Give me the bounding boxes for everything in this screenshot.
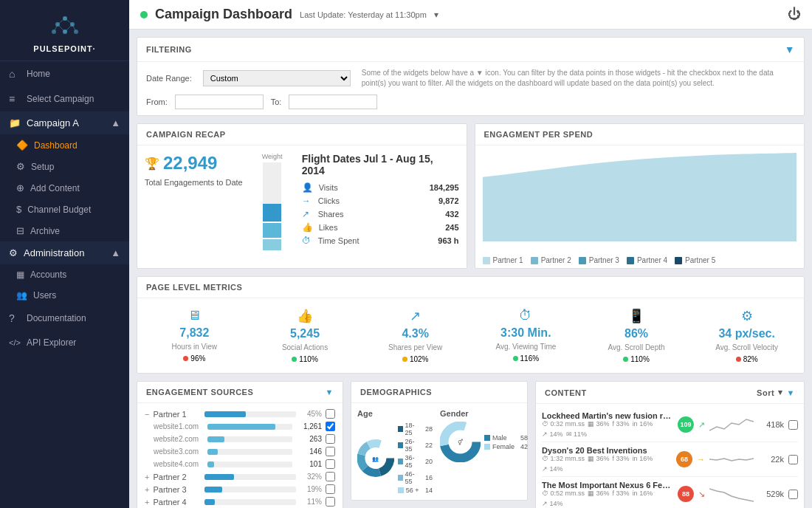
legend-dot-p1 xyxy=(483,257,490,264)
content-title-text-2[interactable]: The Most Important Nexus 6 Feature Is Th… xyxy=(542,481,673,490)
accounts-icon: ▦ xyxy=(16,270,24,280)
home-icon: ⌂ xyxy=(9,68,21,80)
partner3-checkbox[interactable] xyxy=(326,484,335,494)
filter-date-row: From: To: xyxy=(137,95,804,115)
content-meta-2: ⏱ 0:52 mm.ss ▦ 36% f 33% in 16% ↗ 14% xyxy=(542,490,673,507)
scroll-depth-value: 86% xyxy=(625,327,648,340)
shares-per-view-value: 4.3% xyxy=(402,327,428,340)
content-meta-0: ⏱ 0:32 mm.ss ▦ 36% f 33% in 16% ↗ 14% ✉ … xyxy=(542,420,673,438)
social-label: Social Actions xyxy=(282,343,328,352)
item0-checkbox[interactable] xyxy=(788,420,798,430)
clicks-icon: → xyxy=(302,196,312,206)
power-button[interactable]: ⏻ xyxy=(788,7,801,22)
age-36-45: 36-4520 xyxy=(398,454,433,469)
sidebar-item-select-campaign[interactable]: ≡ Select Campaign xyxy=(0,86,129,111)
legend-dot-p4 xyxy=(627,257,634,264)
item1-checkbox[interactable] xyxy=(788,455,798,464)
sidebar-item-documentation[interactable]: ? Documentation xyxy=(0,306,129,331)
website4-checkbox[interactable] xyxy=(326,459,335,469)
campaign-recap-panel: CAMPAIGN RECAP 🏆 22,949 Total Engagement… xyxy=(137,123,467,269)
website4-bar xyxy=(207,461,214,467)
filtering-header: FILTERING ▼ xyxy=(137,38,804,62)
demographics-header: DEMOGRAPHICS xyxy=(351,382,527,403)
female-color xyxy=(484,444,490,450)
gender-male: Male58 xyxy=(484,434,528,442)
content-panel: CONTENT Sort ▾ ▼ Lockheed Martin's new f… xyxy=(535,381,805,508)
legend-dot-p3 xyxy=(579,257,586,264)
sidebar-item-channel-budget[interactable]: $ Channel Budget xyxy=(0,199,129,220)
demo-age-donut-container: 👥 18-2528 26-3522 xyxy=(357,422,433,494)
admin-section-header[interactable]: ⚙ Administration ▲ xyxy=(0,241,129,264)
demographics-panel: DEMOGRAPHICS Age xyxy=(351,381,528,501)
partner2-checkbox[interactable] xyxy=(326,472,335,481)
partner3-expand[interactable]: + xyxy=(145,485,149,494)
sidebar: PULSEPOINT· ⌂ Home ≡ Select Campaign 📁 C… xyxy=(0,0,129,508)
hours-label: Hours in View xyxy=(172,343,218,351)
partner2-bar-bg xyxy=(204,474,296,480)
partner2-expand[interactable]: + xyxy=(145,473,149,481)
hours-icon: 🖥 xyxy=(187,308,201,323)
users-icon: 👥 xyxy=(16,290,27,301)
content-filter-icon[interactable]: ▼ xyxy=(787,388,795,397)
sidebar-item-add-content[interactable]: ⊕ Add Content xyxy=(0,177,129,199)
sidebar-item-users[interactable]: 👥 Users xyxy=(0,285,129,306)
age-36-45-color xyxy=(398,459,403,464)
partner1-expand[interactable]: − xyxy=(145,410,149,419)
score-badge-2: 88 xyxy=(678,486,694,502)
content-item-1: Dyson's 20 Best Inventions ⏱ 1:32 mm.ss … xyxy=(542,442,798,477)
main-content: Campaign Dashboard Last Update: Yesterda… xyxy=(129,0,812,508)
website2-checkbox[interactable] xyxy=(326,434,335,444)
male-color xyxy=(484,435,490,441)
filter-icon[interactable]: ▼ xyxy=(785,44,795,55)
content-sort-filter: Sort ▾ ▼ xyxy=(757,388,795,397)
dashboard-icon: 🔶 xyxy=(16,140,28,151)
partner1-checkbox[interactable] xyxy=(326,409,335,419)
website3-checkbox[interactable] xyxy=(326,447,335,456)
sidebar-item-add-content-label: Add Content xyxy=(30,183,80,193)
campaign-section-header[interactable]: 📁 Campaign A ▲ xyxy=(0,111,129,134)
filter-row: Date Range: Custom Last 7 Days Last 30 D… xyxy=(137,62,804,95)
partner4-expand[interactable]: + xyxy=(145,498,149,507)
shares-icon: ↗ xyxy=(302,209,312,219)
count-2: 529k xyxy=(758,490,784,498)
content-title-text-0[interactable]: Lockheed Martin's new fusion reactor can… xyxy=(542,411,673,420)
website1-checkbox[interactable] xyxy=(326,422,335,431)
item2-checkbox[interactable] xyxy=(788,490,798,499)
sort-dropdown[interactable]: ▾ xyxy=(778,388,783,397)
bottom-row: ENGAGEMENT SOURCES ▼ − Partner 1 45% xyxy=(137,381,805,508)
sidebar-item-setup[interactable]: ⚙ Setup xyxy=(0,156,129,177)
engagement-spend-header: ENGAGMENT PER SPEND xyxy=(475,124,805,145)
content-title-text-1[interactable]: Dyson's 20 Best Inventions xyxy=(542,446,672,455)
sidebar-item-home[interactable]: ⌂ Home xyxy=(0,61,129,86)
total-engagements-label: Total Engagements to Date xyxy=(145,177,243,188)
sidebar-item-api-explorer[interactable]: </> API Explorer xyxy=(0,331,129,354)
partner4-checkbox[interactable] xyxy=(326,497,335,507)
age-26-35: 26-3522 xyxy=(398,438,433,453)
stat-likes: 👍 Likes 245 xyxy=(302,222,459,233)
sidebar-item-accounts[interactable]: ▦ Accounts xyxy=(0,264,129,285)
engagement-sources-header: ENGAGEMENT SOURCES ▼ xyxy=(137,382,343,403)
content-items-list: Lockheed Martin's new fusion reactor can… xyxy=(536,404,804,508)
admin-icon: ⚙ xyxy=(9,247,18,258)
content-panel-header: CONTENT Sort ▾ ▼ xyxy=(536,382,804,404)
legend-label-p2: Partner 2 xyxy=(541,256,571,264)
shares-per-view-label: Shares per View xyxy=(388,343,442,352)
partner2-bar xyxy=(204,474,234,480)
from-label: From: xyxy=(146,97,168,106)
to-date-input[interactable] xyxy=(289,95,377,109)
weight-bar-smallest xyxy=(263,239,281,250)
legend-partner3: Partner 3 xyxy=(579,256,619,264)
filter-note: Some of the widgets below have a ▼ icon.… xyxy=(362,68,795,89)
date-range-select[interactable]: Custom Last 7 Days Last 30 Days xyxy=(203,70,351,86)
count-0: 418k xyxy=(758,420,784,429)
sources-filter-icon[interactable]: ▼ xyxy=(326,388,334,397)
source-partner3: + Partner 3 19% xyxy=(145,484,335,494)
shares-per-view-icon: ↗ xyxy=(410,308,421,324)
area-chart xyxy=(483,153,797,241)
age-18-25: 18-2528 xyxy=(398,422,433,436)
from-date-input[interactable] xyxy=(175,95,264,109)
dropdown-arrow[interactable]: ▾ xyxy=(434,10,438,20)
sidebar-item-dashboard[interactable]: 🔶 Dashboard xyxy=(0,134,129,156)
partner1-bar-bg xyxy=(204,411,296,417)
sidebar-item-archive[interactable]: ⊟ Archive xyxy=(0,220,129,241)
